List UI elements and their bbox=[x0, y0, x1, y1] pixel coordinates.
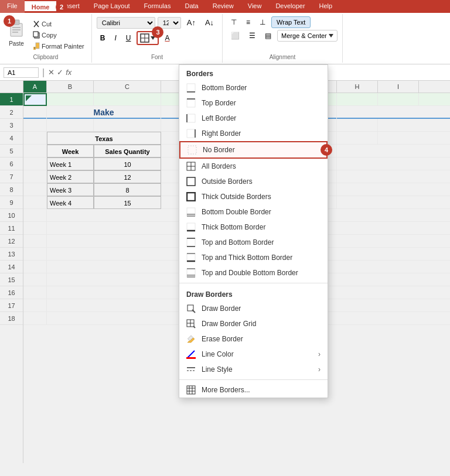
font-name-select[interactable]: Calibri bbox=[97, 17, 155, 29]
cell-b3[interactable] bbox=[47, 119, 94, 132]
row-num-7[interactable]: 7 bbox=[0, 170, 23, 183]
row-num-13[interactable]: 13 bbox=[0, 248, 23, 261]
tab-help[interactable]: Help bbox=[312, 0, 340, 13]
tab-file[interactable]: File bbox=[0, 0, 25, 13]
col-header-h[interactable]: H bbox=[337, 81, 378, 93]
erase-border-item[interactable]: Erase Border bbox=[179, 331, 328, 347]
cell-week4[interactable]: Week 4 bbox=[47, 196, 94, 209]
align-center-btn[interactable]: ☰ bbox=[246, 30, 259, 42]
right-border-item[interactable]: Right Border bbox=[179, 126, 328, 141]
left-border-item[interactable]: Left Border bbox=[179, 111, 328, 126]
cell-reference-box[interactable] bbox=[4, 67, 39, 78]
cell-i1[interactable] bbox=[378, 93, 419, 106]
select-all-button[interactable] bbox=[0, 81, 23, 93]
cell-h4[interactable] bbox=[337, 132, 378, 145]
bold-button[interactable]: B bbox=[97, 32, 109, 44]
decrease-font-btn[interactable]: A↓ bbox=[202, 16, 217, 29]
cell-texas-header[interactable]: Texas bbox=[47, 132, 161, 145]
row-num-9[interactable]: 9 bbox=[0, 196, 23, 209]
thick-bottom-border-item[interactable]: Thick Bottom Border bbox=[179, 220, 328, 235]
cell-a5[interactable] bbox=[23, 145, 47, 157]
cell-week2[interactable]: Week 2 bbox=[47, 170, 94, 183]
line-color-item[interactable]: Line Color › bbox=[179, 347, 328, 362]
paste-button[interactable]: 1 Paste bbox=[5, 16, 28, 49]
draw-border-grid-item[interactable]: Draw Border Grid bbox=[179, 316, 328, 331]
no-border-item[interactable]: No Border 4 bbox=[179, 141, 328, 159]
cell-a3[interactable] bbox=[23, 119, 47, 132]
cell-sales-qty-header[interactable]: Sales Quantity bbox=[94, 145, 161, 157]
thick-outside-borders-item[interactable]: Thick Outside Borders bbox=[179, 189, 328, 204]
cell-sales2[interactable]: 12 bbox=[94, 170, 161, 183]
row-num-16[interactable]: 16 bbox=[0, 286, 23, 299]
row-num-15[interactable]: 15 bbox=[0, 273, 23, 286]
cell-sales1[interactable]: 10 bbox=[94, 157, 161, 170]
outside-borders-item[interactable]: Outside Borders bbox=[179, 174, 328, 189]
row-num-2[interactable]: 2 bbox=[0, 106, 23, 119]
cell-b2-merge[interactable]: Make bbox=[47, 106, 161, 119]
col-header-b[interactable]: B bbox=[47, 81, 94, 93]
cell-week3[interactable]: Week 3 bbox=[47, 183, 94, 196]
confirm-formula-icon[interactable]: ✓ bbox=[57, 68, 63, 77]
cell-sales3[interactable]: 8 bbox=[94, 183, 161, 196]
cell-week1[interactable]: Week 1 bbox=[47, 157, 94, 170]
tab-view[interactable]: View bbox=[241, 0, 269, 13]
all-borders-item[interactable]: All Borders bbox=[179, 159, 328, 174]
tab-home[interactable]: Home bbox=[25, 0, 57, 13]
font-size-select[interactable]: 12 bbox=[158, 17, 181, 29]
cancel-formula-icon[interactable]: ✕ bbox=[48, 68, 54, 77]
row-num-3[interactable]: 3 bbox=[0, 119, 23, 132]
row-num-1[interactable]: 1 bbox=[0, 93, 23, 106]
tab-review[interactable]: Review bbox=[206, 0, 241, 13]
top-thick-bottom-border-item[interactable]: Top and Thick Bottom Border bbox=[179, 250, 328, 265]
row-num-10[interactable]: 10 bbox=[0, 209, 23, 222]
bottom-double-border-item[interactable]: Bottom Double Border bbox=[179, 204, 328, 220]
row-num-17[interactable]: 17 bbox=[0, 299, 23, 312]
col-header-c[interactable]: C bbox=[94, 81, 161, 93]
top-double-bottom-border-item[interactable]: Top and Double Bottom Border bbox=[179, 265, 328, 280]
cell-a1[interactable] bbox=[23, 93, 47, 106]
cell-h1[interactable] bbox=[337, 93, 378, 106]
row-num-14[interactable]: 14 bbox=[0, 261, 23, 273]
increase-font-btn[interactable]: A↑ bbox=[183, 16, 199, 29]
fx-icon[interactable]: fx bbox=[66, 68, 71, 77]
cell-a8[interactable] bbox=[23, 183, 47, 196]
align-middle-btn[interactable]: ≡ bbox=[243, 16, 254, 28]
col-header-a[interactable]: A bbox=[23, 81, 47, 93]
more-borders-item[interactable]: More Borders... bbox=[179, 382, 328, 398]
cell-a9[interactable] bbox=[23, 196, 47, 209]
merge-center-button[interactable]: Merge & Center bbox=[277, 30, 338, 42]
format-painter-button[interactable]: Format Painter bbox=[30, 41, 87, 52]
cell-c3[interactable] bbox=[94, 119, 161, 132]
cell-a4[interactable] bbox=[23, 132, 47, 145]
cell-sales4[interactable]: 15 bbox=[94, 196, 161, 209]
cut-button[interactable]: Cut bbox=[30, 19, 87, 29]
align-left-btn[interactable]: ⬜ bbox=[227, 30, 243, 42]
copy-button[interactable]: Copy bbox=[30, 30, 87, 40]
row-num-8[interactable]: 8 bbox=[0, 183, 23, 196]
align-top-btn[interactable]: ⊤ bbox=[227, 16, 240, 28]
cell-h3[interactable] bbox=[337, 119, 378, 132]
top-border-item[interactable]: Top Border bbox=[179, 95, 328, 111]
underline-button[interactable]: U bbox=[122, 32, 135, 44]
cell-a6[interactable] bbox=[23, 157, 47, 170]
bottom-border-item[interactable]: Bottom Border bbox=[179, 80, 328, 95]
col-header-i[interactable]: I bbox=[378, 81, 419, 93]
row-num-6[interactable]: 6 bbox=[0, 157, 23, 170]
draw-border-item[interactable]: Draw Border bbox=[179, 301, 328, 316]
italic-button[interactable]: I bbox=[111, 32, 120, 44]
row-num-11[interactable]: 11 bbox=[0, 222, 23, 235]
cell-week-header[interactable]: Week bbox=[47, 145, 94, 157]
tab-data[interactable]: Data bbox=[178, 0, 205, 13]
cell-a2[interactable] bbox=[23, 106, 47, 119]
cell-b1[interactable] bbox=[47, 93, 94, 106]
line-style-item[interactable]: Line Style › bbox=[179, 362, 328, 377]
cell-c1[interactable] bbox=[94, 93, 161, 106]
cell-a7[interactable] bbox=[23, 170, 47, 183]
wrap-text-button[interactable]: Wrap Text bbox=[271, 16, 311, 28]
align-right-btn[interactable]: ▤ bbox=[261, 30, 275, 42]
row-num-5[interactable]: 5 bbox=[0, 145, 23, 157]
row-num-18[interactable]: 18 bbox=[0, 312, 23, 325]
top-bottom-border-item[interactable]: Top and Bottom Border bbox=[179, 235, 328, 250]
align-bottom-btn[interactable]: ⊥ bbox=[256, 16, 269, 28]
tab-page-layout[interactable]: Page Layout bbox=[87, 0, 137, 13]
